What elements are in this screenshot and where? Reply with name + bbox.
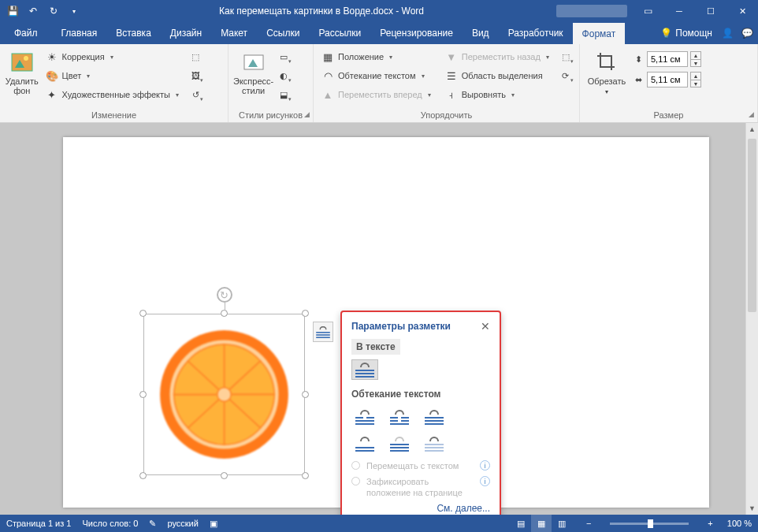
save-icon[interactable]: 💾	[3, 2, 22, 20]
picture-layout-button[interactable]: ⬓▾	[275, 86, 292, 103]
tab-file[interactable]: Файл	[0, 22, 52, 44]
web-layout-button[interactable]: ▥	[552, 515, 572, 532]
selection-pane-label: Область выделения	[462, 71, 543, 80]
width-input[interactable]	[647, 72, 688, 87]
maximize-button[interactable]: ☐	[695, 0, 726, 22]
tab-layout[interactable]: Макет	[211, 22, 257, 44]
picture-effects-button[interactable]: ◐▾	[275, 67, 292, 84]
layout-popup-close-button[interactable]: ✕	[481, 320, 490, 333]
wrap-behind-option[interactable]	[386, 433, 413, 454]
zoom-level[interactable]: 100 %	[727, 519, 752, 528]
see-more-link[interactable]: См. далее...	[351, 503, 490, 514]
remove-background-button[interactable]: Удалить фон	[5, 47, 39, 105]
zoom-in-button[interactable]: +	[704, 519, 715, 528]
group-size-label: Размер◢	[580, 109, 757, 122]
watermark	[556, 5, 627, 17]
bring-forward-button: ▲Переместить вперед▾	[318, 86, 434, 103]
height-spinner[interactable]: ▲▼	[690, 51, 701, 67]
read-mode-button[interactable]: ▤	[511, 515, 531, 532]
color-button[interactable]: 🎨Цвет▾	[43, 67, 182, 84]
scroll-thumb[interactable]	[748, 139, 756, 312]
tab-insert[interactable]: Вставка	[106, 22, 161, 44]
tab-design[interactable]: Дизайн	[161, 22, 211, 44]
wrap-inline-option[interactable]	[351, 359, 378, 380]
styles-launcher[interactable]: ◢	[304, 110, 310, 118]
redo-icon[interactable]: ↻	[44, 2, 63, 20]
picture-border-button[interactable]: ▭▾	[275, 48, 292, 65]
fix-position-label: Зафиксировать положение на странице	[366, 476, 474, 498]
forward-icon: ▲	[321, 88, 334, 101]
corrections-button[interactable]: ☀Коррекция▾	[43, 48, 182, 65]
layout-options-anchor-button[interactable]	[313, 322, 333, 342]
spellcheck-icon[interactable]: ✎	[149, 519, 156, 529]
selected-picture[interactable]: ↻	[143, 314, 305, 475]
wrap-icon: ◠	[321, 69, 334, 82]
change-picture-button[interactable]: 🖼▾	[187, 67, 204, 84]
minimize-button[interactable]: ─	[663, 0, 695, 22]
resize-handle-l[interactable]	[139, 391, 147, 398]
send-backward-button: ▼Переместить назад▾	[442, 48, 552, 65]
width-spinner[interactable]: ▲▼	[690, 72, 701, 87]
tab-review[interactable]: Рецензирование	[370, 22, 463, 44]
tab-view[interactable]: Вид	[463, 22, 499, 44]
undo-icon[interactable]: ↶	[24, 2, 43, 20]
resize-handle-br[interactable]	[302, 472, 309, 479]
wrap-topbottom-option[interactable]	[351, 433, 378, 454]
tab-home[interactable]: Главная	[52, 22, 107, 44]
qat-customize-icon[interactable]: ▾	[65, 2, 84, 20]
size-launcher[interactable]: ◢	[749, 110, 754, 118]
comments-icon[interactable]: 💬	[741, 28, 753, 39]
move-with-text-label: Перемещать с текстом	[366, 460, 459, 471]
macro-record-icon[interactable]: ▣	[210, 519, 217, 529]
zoom-slider[interactable]	[610, 523, 689, 525]
resize-handle-tr[interactable]	[302, 310, 309, 317]
zoom-out-button[interactable]: −	[583, 519, 594, 528]
quick-styles-button[interactable]: Экспресс- стили	[233, 47, 273, 105]
resize-handle-r[interactable]	[302, 391, 309, 398]
tab-references[interactable]: Ссылки	[257, 22, 309, 44]
ribbon-display-options-icon[interactable]: ▭	[632, 0, 663, 22]
compress-pictures-button[interactable]: ⬚	[187, 48, 204, 65]
wrap-front-option[interactable]	[421, 433, 448, 454]
effects-icon: ◐	[280, 71, 288, 81]
print-layout-button[interactable]: ▦	[531, 515, 552, 532]
rotate-handle[interactable]: ↻	[217, 287, 232, 303]
scroll-up-icon[interactable]: ▲	[746, 123, 758, 136]
resize-handle-t[interactable]	[221, 310, 228, 317]
resize-handle-b[interactable]	[221, 472, 228, 479]
position-button[interactable]: ▦Положение▾	[318, 48, 434, 65]
tell-me[interactable]: 💡Помощн	[651, 22, 722, 44]
page-number-status[interactable]: Страница 1 из 1	[6, 519, 71, 528]
corrections-label: Коррекция	[62, 52, 105, 61]
share-icon[interactable]: 👤	[722, 28, 734, 39]
wrap-square-option[interactable]	[351, 407, 378, 427]
selection-pane-button[interactable]: ☰Область выделения	[442, 67, 552, 84]
info-icon[interactable]: i	[480, 460, 490, 471]
language-status[interactable]: русский	[167, 519, 198, 528]
height-input[interactable]	[647, 51, 688, 67]
info-icon[interactable]: i	[480, 476, 490, 486]
group-objects-button[interactable]: ⬚▾	[557, 48, 574, 65]
resize-handle-tl[interactable]	[139, 310, 147, 317]
crop-button[interactable]: Обрезать ▾	[585, 47, 629, 105]
resize-handle-bl[interactable]	[139, 472, 147, 479]
wrap-text-button[interactable]: ◠Обтекание текстом▾	[318, 67, 434, 84]
wrap-through-option[interactable]	[421, 407, 448, 427]
color-icon: 🎨	[46, 69, 58, 82]
view-buttons: ▤ ▦ ▥	[511, 515, 572, 532]
tab-mailings[interactable]: Рассылки	[309, 22, 370, 44]
wrap-tight-option[interactable]	[386, 407, 413, 427]
close-button[interactable]: ✕	[726, 0, 758, 22]
tab-developer[interactable]: Разработчик	[499, 22, 573, 44]
reset-picture-button[interactable]: ↺▾	[187, 86, 204, 103]
position-label: Положение	[338, 52, 384, 61]
scroll-down-icon[interactable]: ▼	[746, 502, 758, 515]
word-count-status[interactable]: Число слов: 0	[82, 519, 138, 528]
tab-format[interactable]: Формат	[573, 22, 626, 44]
align-icon: ⫞	[445, 88, 458, 101]
artistic-effects-button[interactable]: ✦Художественные эффекты▾	[43, 86, 182, 103]
document-area: ↻	[0, 123, 758, 515]
vertical-scrollbar[interactable]: ▲ ▼	[745, 123, 758, 515]
align-button[interactable]: ⫞Выровнять▾	[442, 86, 552, 103]
rotate-button[interactable]: ⟳▾	[557, 67, 574, 84]
